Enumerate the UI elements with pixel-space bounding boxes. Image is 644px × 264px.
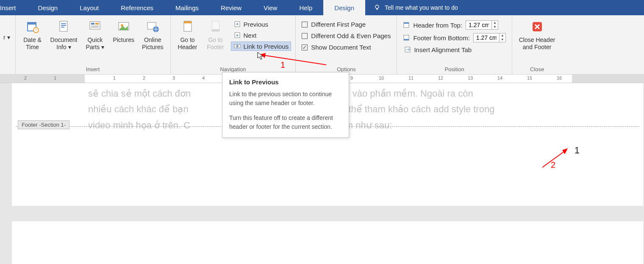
header-from-top-spinner[interactable]: ▲▼ — [466, 20, 498, 30]
goto-header-icon — [180, 19, 195, 34]
svg-rect-3 — [28, 22, 36, 25]
show-document-text-label: Show Document Text — [311, 44, 371, 51]
ruler-tick: 9 — [350, 75, 353, 81]
ruler-tick: 3 — [172, 75, 175, 81]
footer-section-tag: Footer -Section 1- — [18, 120, 69, 129]
checkbox-empty-icon — [302, 22, 308, 28]
tab-insert[interactable]: Insert — [0, 0, 27, 15]
tab-help[interactable]: Help — [288, 0, 323, 15]
main-tabs: Insert Design Layout References Mailings… — [0, 0, 644, 15]
svg-rect-27 — [404, 22, 409, 24]
tab-mailings[interactable]: Mailings — [164, 0, 210, 15]
left-crop-button[interactable]: r ▾ — [1, 18, 13, 43]
spinner-down-icon[interactable]: ▼ — [500, 38, 505, 42]
group-close: Close Header and Footer Close — [512, 15, 562, 74]
ruler-tick: 1 — [54, 75, 56, 81]
ruler-tick: 10 — [379, 75, 384, 81]
goto-footer-label: Go to Footer — [207, 36, 224, 51]
group-navigation: Go to Header Go to Footer Previous Next — [171, 15, 296, 74]
tab-references[interactable]: References — [110, 0, 164, 15]
spinner-up-icon[interactable]: ▲ — [492, 21, 498, 25]
online-pictures-label: Online Pictures — [142, 36, 164, 51]
spinner-down-icon[interactable]: ▼ — [492, 25, 498, 29]
group-insert-label: Insert — [20, 64, 166, 73]
svg-rect-29 — [404, 39, 409, 40]
checkbox-empty-icon — [302, 33, 308, 39]
header-from-top-label: Header from Top: — [413, 22, 462, 29]
next-label: Next — [244, 32, 257, 39]
insert-alignment-tab-button[interactable]: Insert Alignment Tab — [401, 45, 507, 54]
document-page-next[interactable] — [12, 221, 643, 264]
svg-rect-12 — [91, 25, 99, 28]
svg-rect-18 — [184, 21, 192, 23]
ruler-tick: 14 — [497, 75, 502, 81]
group-insert: Date & Time Document Info ▾ Quick Parts … — [16, 15, 171, 74]
document-info-label: Document Info — [50, 36, 78, 50]
goto-footer-icon — [208, 19, 223, 34]
svg-rect-5 — [60, 21, 67, 31]
pictures-icon — [117, 19, 131, 34]
date-time-button[interactable]: Date & Time — [20, 18, 45, 53]
tell-me-label: Tell me what you want to do — [385, 4, 458, 11]
svg-rect-6 — [61, 23, 66, 24]
ruler-tick: 11 — [408, 75, 414, 81]
tab-view[interactable]: View — [253, 0, 288, 15]
quick-parts-label: Quick Parts — [86, 36, 103, 50]
different-first-page-label: Different First Page — [311, 21, 366, 28]
svg-rect-8 — [61, 27, 64, 28]
spinner-up-icon[interactable]: ▲ — [500, 33, 505, 38]
tab-review[interactable]: Review — [210, 0, 253, 15]
ruler-tick: 2 — [143, 75, 145, 81]
svg-rect-20 — [212, 29, 219, 31]
footer-from-bottom-label: Footer from Bottom: — [413, 34, 469, 42]
footer-bottom-icon — [403, 34, 410, 41]
quick-parts-button[interactable]: Quick Parts ▾ — [82, 18, 108, 53]
ruler-tick: 12 — [438, 75, 443, 81]
pictures-button[interactable]: Pictures — [110, 18, 137, 45]
different-first-page-checkbox[interactable]: Different First Page — [300, 19, 392, 29]
quick-parts-icon — [88, 19, 102, 34]
different-odd-even-label: Different Odd & Even Pages — [311, 32, 391, 39]
insert-alignment-tab-label: Insert Alignment Tab — [414, 46, 472, 53]
previous-button[interactable]: Previous — [231, 19, 291, 29]
goto-header-button[interactable]: Go to Header — [175, 18, 200, 53]
tab-hf-design[interactable]: Design — [323, 0, 365, 15]
ruler-tick: 4 — [202, 75, 205, 81]
group-position-label: Position — [401, 64, 507, 73]
tooltip-title: Link to Previous — [229, 78, 342, 86]
pictures-label: Pictures — [113, 36, 134, 44]
previous-icon — [233, 20, 241, 28]
page-number[interactable]: 1 — [575, 145, 580, 156]
link-to-previous-label: Link to Previous — [244, 43, 289, 50]
show-document-text-checkbox[interactable]: ✓ Show Document Text — [300, 42, 392, 52]
different-odd-even-checkbox[interactable]: Different Odd & Even Pages — [300, 31, 392, 41]
link-to-previous-button[interactable]: Link to Previous — [231, 42, 291, 51]
ruler-tick: 1 — [113, 75, 116, 81]
header-from-top-input[interactable] — [466, 21, 491, 29]
date-time-label: Date & Time — [23, 36, 42, 51]
next-button[interactable]: Next — [231, 31, 291, 40]
next-icon — [233, 31, 241, 39]
ruler-tick: 16 — [557, 75, 562, 81]
document-info-icon — [56, 19, 71, 34]
tell-me-search[interactable]: Tell me what you want to do — [365, 0, 458, 15]
ribbon: r ▾ Date & Time Document Info ▾ — [0, 15, 644, 75]
goto-footer-button: Go to Footer — [203, 18, 228, 53]
online-pictures-icon — [145, 19, 160, 34]
ruler-tick: 2 — [24, 75, 27, 81]
close-header-footer-label: Close Header and Footer — [519, 36, 555, 51]
checkbox-checked-icon: ✓ — [302, 44, 308, 50]
footer-from-bottom-input[interactable] — [474, 33, 499, 42]
alignment-tab-icon — [404, 46, 411, 53]
footer-from-bottom-spinner[interactable]: ▲▼ — [473, 33, 506, 42]
close-header-footer-button[interactable]: Close Header and Footer — [516, 18, 558, 53]
online-pictures-button[interactable]: Online Pictures — [139, 18, 166, 53]
tab-layout[interactable]: Layout — [69, 0, 110, 15]
svg-rect-7 — [61, 25, 66, 26]
ruler-tick: 15 — [527, 75, 532, 81]
goto-header-label: Go to Header — [178, 36, 197, 51]
tab-design[interactable]: Design — [27, 0, 69, 15]
lightbulb-icon — [374, 4, 380, 11]
svg-point-0 — [375, 5, 379, 8]
document-info-button[interactable]: Document Info ▾ — [48, 18, 80, 53]
